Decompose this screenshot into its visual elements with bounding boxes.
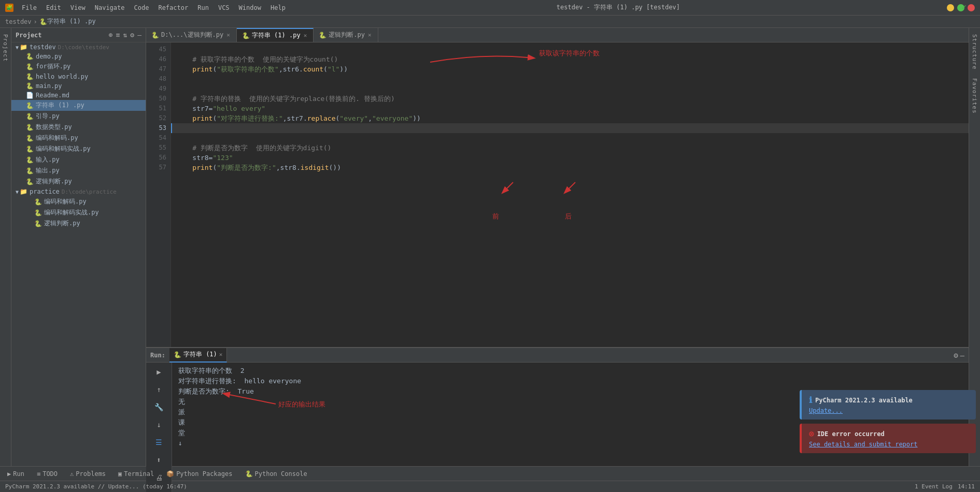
tree-item-input[interactable]: 🐍 输入.py bbox=[11, 154, 146, 165]
ln-53: 53 bbox=[150, 123, 166, 133]
sidebar: Project ⊕ ≡ ⇅ ⚙ — ▼ 📁 testdev D:\code\te… bbox=[11, 28, 146, 466]
tree-item-guide[interactable]: 🐍 引导.py bbox=[11, 111, 146, 122]
py-icon: 🐍 bbox=[34, 220, 42, 227]
status-update-text: PyCharm 2021.2.3 available // Update... … bbox=[5, 483, 187, 490]
tab-close-2[interactable]: ✕ bbox=[303, 32, 308, 39]
tab-icon-1: 🐍 bbox=[151, 32, 159, 39]
code-line-49 bbox=[171, 84, 969, 94]
ln-54: 54 bbox=[150, 133, 166, 143]
tree-practice-encode[interactable]: 🐍 编码和解码.py bbox=[11, 196, 146, 207]
notif-pycharm: ℹ PyCharm 2021.2.3 available Update... bbox=[800, 390, 976, 419]
run-down-icon[interactable]: ↓ bbox=[152, 417, 166, 432]
window-minimize[interactable] bbox=[947, 4, 954, 11]
ln-57: 57 bbox=[150, 163, 166, 172]
tab-logicjudge2[interactable]: 🐍 逻辑判断.py ✕ bbox=[314, 28, 378, 42]
tree-root-folder[interactable]: ▼ 📁 testdev D:\code\testdev bbox=[11, 42, 146, 52]
annotation-text-3: 后 bbox=[565, 212, 572, 220]
sidebar-locate-icon[interactable]: ⊕ bbox=[109, 31, 113, 39]
tree-practice-encode-p-label: 编码和解码实战.py bbox=[44, 208, 99, 217]
menu-window[interactable]: Window bbox=[235, 3, 265, 12]
menu-view[interactable]: View bbox=[66, 3, 90, 12]
ln-50: 50 bbox=[150, 94, 166, 104]
window-close[interactable] bbox=[968, 4, 975, 11]
annotation-text-2: 前 bbox=[492, 212, 499, 220]
code-editor[interactable]: 45 46 47 48 49 50 51 52 53 54 55 56 57 #… bbox=[146, 42, 969, 347]
tree-item-datatype[interactable]: 🐍 数据类型.py bbox=[11, 122, 146, 133]
folder-icon: 📁 bbox=[20, 188, 27, 195]
tab-strings[interactable]: 🐍 字符串 (1) .py ✕ bbox=[237, 28, 314, 42]
md-icon: 📄 bbox=[26, 92, 34, 99]
menu-code[interactable]: Code bbox=[130, 3, 153, 12]
tab-bar: 🐍 D:\...\逻辑判断.py ✕ 🐍 字符串 (1) .py ✕ 🐍 逻辑判… bbox=[146, 28, 969, 42]
tree-file-demo: demo.py bbox=[36, 53, 62, 60]
notif-pycharm-title: ℹ PyCharm 2021.2.3 available bbox=[809, 395, 969, 405]
sidebar-expand-icon[interactable]: ≡ bbox=[116, 31, 120, 39]
py-icon: 🐍 bbox=[26, 82, 34, 90]
tree-root-label: testdev bbox=[30, 44, 56, 51]
tab-close-1[interactable]: ✕ bbox=[225, 32, 231, 38]
bottom-tab-problems[interactable]: ⚠ Problems bbox=[67, 467, 109, 481]
menu-help[interactable]: Help bbox=[266, 3, 290, 12]
menu-file[interactable]: File bbox=[18, 3, 41, 12]
run-tab-close[interactable]: ✕ bbox=[219, 351, 223, 358]
menu-edit[interactable]: Edit bbox=[42, 3, 65, 12]
tree-practice-label: practice bbox=[30, 188, 60, 195]
right-sidebar-favorites[interactable]: Favorites bbox=[971, 78, 978, 114]
tree-item-logic[interactable]: 🐍 逻辑判断.py bbox=[11, 176, 146, 187]
menu-navigate[interactable]: Navigate bbox=[91, 3, 129, 12]
bottom-tab-terminal[interactable]: ▣ Terminal bbox=[115, 467, 157, 481]
run-tab-run-label: Run bbox=[13, 470, 24, 477]
menu-bar: File Edit View Navigate Code Refactor Ru… bbox=[18, 3, 290, 12]
run-wrench-icon[interactable]: 🔧 bbox=[152, 400, 166, 414]
code-line-56: str8="123" bbox=[171, 153, 969, 163]
sidebar-settings-icon[interactable]: ⚙ bbox=[130, 31, 134, 39]
tree-file-datatype: 数据类型.py bbox=[36, 123, 72, 132]
tree-file-output: 输出.py bbox=[36, 166, 60, 175]
tree-toggle-root[interactable]: ▼ bbox=[16, 45, 19, 50]
breadcrumb: testdev › 🐍 字符串 (1) .py bbox=[0, 16, 980, 28]
run-minimize-icon[interactable]: — bbox=[960, 351, 964, 359]
run-upload-icon[interactable]: ⬆ bbox=[152, 453, 166, 467]
tree-item-demo[interactable]: 🐍 demo.py bbox=[11, 52, 146, 61]
tree-item-main[interactable]: 🐍 main.py bbox=[11, 81, 146, 91]
right-sidebar-structure[interactable]: Structure bbox=[971, 34, 978, 70]
menu-vcs[interactable]: VCS bbox=[214, 3, 234, 12]
breadcrumb-project[interactable]: testdev bbox=[5, 18, 32, 25]
run-list-icon[interactable]: ☰ bbox=[152, 435, 166, 450]
notif-error-link[interactable]: See details and submit report bbox=[809, 441, 918, 448]
title-bar-left: 🧩 File Edit View Navigate Code Refactor … bbox=[5, 3, 290, 12]
menu-run[interactable]: Run bbox=[193, 3, 213, 12]
run-up-icon[interactable]: ↑ bbox=[152, 382, 166, 397]
menu-refactor[interactable]: Refactor bbox=[154, 3, 192, 12]
bottom-tab-run[interactable]: ▶ Run bbox=[4, 467, 27, 481]
tab-close-3[interactable]: ✕ bbox=[367, 32, 373, 38]
code-content[interactable]: # 获取字符串的个数 使用的关键字为count() print("获取字符串的个… bbox=[171, 42, 969, 347]
run-play-icon[interactable]: ▶ bbox=[152, 365, 166, 379]
tree-practice-encode-p[interactable]: 🐍 编码和解码实战.py bbox=[11, 207, 146, 218]
sidebar-minimize-icon[interactable]: — bbox=[137, 31, 141, 39]
tree-practice-folder[interactable]: ▼ 📁 practice D:\code\practice bbox=[11, 187, 146, 196]
tree-item-encode-practice[interactable]: 🐍 编码和解码实战.py bbox=[11, 143, 146, 154]
tree-file-logic: 逻辑判断.py bbox=[36, 177, 72, 186]
tree-item-readme[interactable]: 📄 Readme.md bbox=[11, 91, 146, 100]
run-tab-strings[interactable]: 🐍 字符串 (1) ✕ bbox=[169, 348, 228, 363]
sidebar-collapse-icon[interactable]: ⇅ bbox=[123, 31, 127, 39]
run-settings-icon[interactable]: ⚙ bbox=[954, 351, 958, 359]
notif-pycharm-link[interactable]: Update... bbox=[809, 407, 843, 414]
tree-item-forloop[interactable]: 🐍 for循环.py bbox=[11, 61, 146, 72]
py-icon: 🐍 bbox=[26, 167, 34, 175]
project-icon[interactable]: Project bbox=[2, 34, 9, 62]
tree-toggle-practice[interactable]: ▼ bbox=[16, 189, 19, 195]
tree-item-encode[interactable]: 🐍 编码和解码.py bbox=[11, 133, 146, 143]
tab-label-1: D:\...\逻辑判断.py bbox=[161, 31, 223, 39]
tree-practice-path: D:\code\practice bbox=[62, 189, 117, 195]
tree-item-strings[interactable]: 🐍 字符串 (1) .py bbox=[11, 100, 146, 111]
error-icon: ⊗ bbox=[809, 429, 814, 439]
tree-practice-logic[interactable]: 🐍 逻辑判断.py bbox=[11, 218, 146, 229]
bottom-tab-todo[interactable]: ≡ TODO bbox=[34, 467, 61, 481]
tree-item-output[interactable]: 🐍 输出.py bbox=[11, 165, 146, 176]
py-icon: 🐍 bbox=[26, 146, 34, 153]
tab-logicjudge[interactable]: 🐍 D:\...\逻辑判断.py ✕ bbox=[146, 28, 237, 42]
tree-item-helloworld[interactable]: 🐍 hello world.py bbox=[11, 72, 146, 81]
ln-48: 48 bbox=[150, 74, 166, 84]
